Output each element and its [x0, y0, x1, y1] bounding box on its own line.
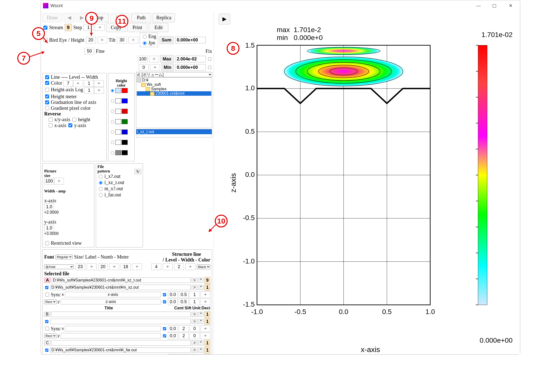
folder-tree[interactable]: D:¥ Ws_soft Samples 230601-cnt&mnt [136, 77, 212, 128]
rev-xy-checkbox[interactable]: x/y-axis [48, 117, 70, 122]
rev-y-checkbox[interactable]: y-axis [67, 123, 86, 128]
svg-rect-29 [478, 45, 487, 305]
file-tag-a: A [44, 278, 51, 283]
svg-text:1.0: 1.0 [245, 84, 255, 92]
hlog-checkbox[interactable]: Height-axis Log [44, 87, 83, 93]
struct-color-select[interactable]: Black [197, 264, 210, 269]
svg-text:-0.5: -0.5 [295, 308, 306, 316]
svg-text:-0.5: -0.5 [243, 214, 255, 222]
play-icon[interactable]: ▶ [219, 14, 230, 24]
colorbar-min: 0.000e+00 [480, 336, 513, 344]
prev-button[interactable]: ◀ [64, 13, 75, 22]
callout-5: 5 [32, 27, 45, 40]
lang-jpn-radio[interactable]: Jpn [141, 40, 155, 46]
rev-height-checkbox[interactable]: height [71, 117, 90, 122]
svg-text:0.5: 0.5 [245, 128, 255, 135]
svg-text:-1.5: -1.5 [243, 300, 255, 308]
callout-7: 7 [17, 52, 30, 65]
svg-text:1.0: 1.0 [425, 308, 435, 316]
stream-checkbox[interactable]: Stream [42, 25, 63, 30]
file-a2-path[interactable] [50, 285, 191, 290]
min-fix-checkbox[interactable] [208, 66, 211, 69]
rev-x-checkbox[interactable]: x-axis [48, 123, 66, 128]
color-checkbox[interactable]: Color [44, 80, 62, 86]
colorbar-max: 1.701e-02 [481, 31, 513, 39]
control-panel: Draw ◀ ▶ Stop Exit Path Replica Stream 9… [41, 11, 214, 354]
refresh-button[interactable]: ↻ [135, 169, 141, 174]
replica-button[interactable]: Replica [153, 13, 175, 22]
titlebar: Wscnt — ▢ ✕ [41, 0, 520, 11]
lang-group: Eng Jpn [140, 33, 158, 47]
plot-maxmin: max 1.701e-2 min 0.000e+0 [277, 26, 323, 42]
path-button[interactable]: Path [131, 13, 151, 22]
tilt-spinner[interactable]: 30 [117, 37, 127, 43]
file-a-count: 9 [204, 277, 210, 284]
lang-eng-radio[interactable]: Eng [141, 34, 156, 39]
app-icon [43, 3, 48, 8]
file-list[interactable]: i_xz_t.out [136, 129, 212, 137]
print-button[interactable]: Print [127, 23, 147, 32]
max-value: 2.004e-02 [175, 56, 206, 62]
callout-8: 8 [227, 42, 239, 55]
svg-text:0.5: 0.5 [382, 308, 392, 316]
callout-9: 9 [85, 12, 98, 25]
sum-value: 0.000e+00 [175, 37, 206, 43]
max-fix-checkbox[interactable] [208, 57, 211, 61]
restricted-checkbox[interactable]: Restricted view [44, 240, 82, 246]
svg-text:-1.0: -1.0 [251, 308, 263, 316]
hmeter-checkbox[interactable]: Height meter [44, 94, 77, 99]
close-button[interactable]: ✕ [503, 1, 518, 10]
svg-text:0.0: 0.0 [339, 308, 349, 316]
file-a-path[interactable] [52, 278, 191, 283]
sum-label: Sum [159, 36, 174, 44]
svg-point-10 [305, 46, 382, 56]
svg-point-9 [280, 56, 407, 87]
drive-select[interactable]: d: [ボリューム] [136, 72, 212, 77]
svg-marker-46 [90, 33, 93, 36]
window-title: Wscnt [50, 3, 63, 8]
svg-text:1.5: 1.5 [245, 41, 255, 49]
plot-panel: ▶ max 1.701e-2 min 0.000e+0 1.701e-02 0.… [214, 11, 520, 354]
maximize-button[interactable]: ▢ [487, 1, 502, 10]
x-axis-label: x-axis [361, 345, 380, 354]
gradpix-checkbox[interactable]: Gradient pixel color [44, 105, 91, 111]
rect-select-a[interactable]: Rect [44, 299, 57, 304]
callout-11: 11 [116, 15, 128, 28]
font-face-select[interactable]: @Arial [44, 264, 74, 269]
font-style-select[interactable]: Regular [56, 255, 73, 259]
stream-count: 9 [65, 24, 72, 31]
step-label: Step [73, 25, 82, 30]
svg-text:0.0: 0.0 [245, 171, 255, 178]
window-controls: — ▢ ✕ [471, 1, 518, 10]
min-value: 0.000e+00 [175, 64, 206, 71]
gradline-checkbox[interactable]: Graduation line of axis [44, 99, 96, 105]
callout-10: 10 [215, 215, 228, 227]
draw-button[interactable]: Draw [42, 13, 62, 22]
edit-button[interactable]: Edit [149, 23, 168, 32]
minimize-button[interactable]: — [471, 1, 486, 10]
app-window: Wscnt — ▢ ✕ Draw ◀ ▶ Stop Exit Path Repl… [41, 0, 520, 355]
line-checkbox[interactable]: Line ---- Level -- Width [44, 74, 98, 80]
svg-text:-1.0: -1.0 [243, 257, 255, 265]
plot-svg: 1.51.00.5 0.0-0.5-1.0 -1.5 -1.0-0.50.0 0… [236, 41, 515, 337]
